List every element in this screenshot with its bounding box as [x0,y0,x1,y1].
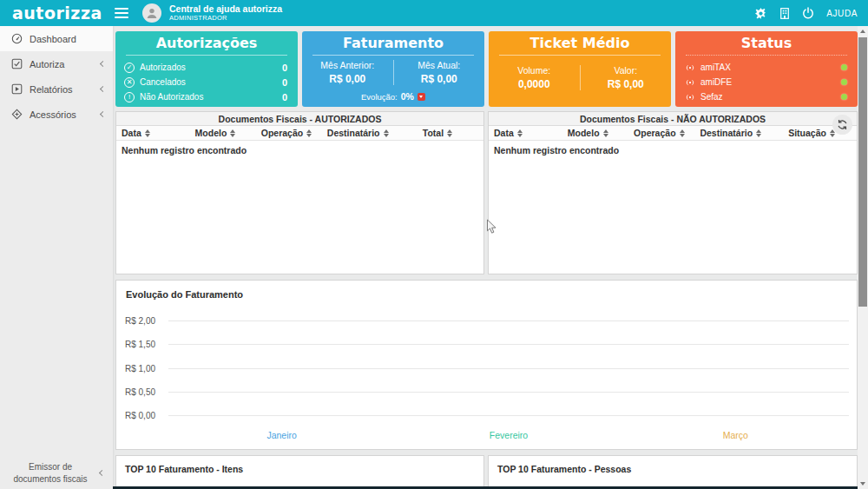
current-month-label: Mês Atual: [394,60,485,70]
sort-icon [756,129,761,137]
scroll-up-arrow-icon[interactable] [858,26,868,36]
current-month-value: R$ 0,00 [394,73,485,85]
table-title: Documentos Fiscais - NÃO AUTORIZADOS [489,112,857,126]
divider [499,55,661,56]
table-title: Documentos Fiscais - AUTORIZADOS [116,112,483,126]
stat-label: Cancelados [140,77,186,87]
evolution-value: 0% [401,91,414,102]
scroll-down-arrow-icon[interactable] [858,479,868,489]
service-row-amitax: amiTAX [675,60,858,75]
check-circle-icon: ✓ [124,63,135,73]
column-header-data[interactable]: Data [116,128,190,138]
service-row-amidfe: amiDFE [675,75,858,89]
sidebar-footer-toggle[interactable]: Emissor de documentos fiscais [0,461,113,485]
power-icon[interactable] [802,7,814,19]
checkbox-icon [11,58,23,69]
x-tick-label-fevereiro: Fevereiro [395,430,621,440]
stat-row-autorizados: ✓ Autorizados 0 [115,60,298,75]
top10-itens-panel: TOP 10 Faturamento - Itens [115,455,484,489]
sort-icon [517,129,523,137]
user-role-label: ADMINISTRADOR [169,15,282,22]
trend-down-icon [418,93,425,101]
column-header-total[interactable]: Total [418,128,483,138]
y-tick-label: R$ 0,00 [125,411,168,420]
service-name: amiDFE [700,77,732,87]
column-header-modelo[interactable]: Modelo [562,128,628,138]
sort-icon [230,129,235,137]
signal-icon [685,63,695,72]
chart-gridlines: R$ 2,00 R$ 1,50 R$ 1,00 R$ 0,50 R$ 0,00 [125,309,849,427]
sort-icon [384,129,389,137]
y-tick-label: R$ 2,00 [125,316,168,326]
current-month-block: Mês Atual: R$ 0,00 [394,60,485,85]
column-header-data[interactable]: Data [489,128,562,138]
volume-label: Volume: [489,65,580,76]
top-header-bar: autorizza Central de ajuda autorizza ADM… [0,0,868,26]
empty-table-message: Nenhum registro encontrado [116,141,483,160]
chart-x-axis-labels: Janeiro Fevereiro Março [168,430,849,440]
x-tick-label-marco: Março [622,430,849,440]
status-online-dot [841,94,847,100]
top10-pessoas-panel: TOP 10 Faturamento - Pessoas [488,455,858,489]
gridline [168,320,849,321]
table-authorized-panel: Documentos Fiscais - AUTORIZADOS Data Mo… [115,111,484,274]
service-name: amiTAX [700,63,731,72]
refresh-button[interactable] [832,115,852,135]
help-center-user-block[interactable]: Central de ajuda autorizza ADMINISTRADOR [169,4,282,22]
hamburger-menu-icon[interactable] [115,8,128,18]
sidebar-item-autoriza[interactable]: Autoriza [0,51,113,76]
sort-icon [145,129,150,137]
sidebar-item-dashboard[interactable]: Dashboard [0,26,113,51]
building-icon[interactable] [779,7,790,20]
card-title: Ticket Médio [489,31,671,51]
diamond-icon [11,109,23,120]
divider [126,55,287,56]
card-status: Status amiTAX amiDFE Sefaz [675,31,858,107]
gear-icon[interactable] [754,7,767,20]
status-online-dot [841,64,847,70]
column-header-operacao[interactable]: Operação [628,128,694,138]
column-header-destinatario[interactable]: Destinatário [322,128,418,138]
table-not-authorized-panel: Documentos Fiscais - NÃO AUTORIZADOS Dat… [488,111,858,274]
scrollbar-thumb[interactable] [858,37,867,307]
service-name: Sefaz [700,92,723,102]
x-tick-label-janeiro: Janeiro [168,430,395,440]
sidebar-item-label: Relatórios [30,84,73,95]
stat-label: Autorizados [140,63,186,72]
valor-block: Valor: R$ 0,00 [581,65,672,90]
sidebar-item-label: Autoriza [30,59,64,69]
ajuda-link[interactable]: AJUDA [826,9,858,18]
column-header-modelo[interactable]: Modelo [190,128,256,138]
previous-month-block: Mês Anterior: R$ 0,00 [302,60,393,85]
previous-month-value: R$ 0,00 [302,73,393,85]
stat-row-cancelados: ✕ Cancelados 0 [115,75,298,89]
chart-panel: Evolução do Faturamento R$ 2,00 R$ 1,50 … [115,280,858,450]
panel-title: TOP 10 Faturamento - Pessoas [489,456,857,474]
column-header-operacao[interactable]: Operação [256,128,322,138]
gridline [168,344,849,345]
stat-row-nao-autorizados: ! Não Autorizados 0 [115,89,298,104]
card-title: Status [675,31,858,51]
sidebar-item-relatorios[interactable]: Relatórios [0,76,113,102]
y-tick-label: R$ 1,50 [125,340,168,349]
valor-value: R$ 0,00 [581,78,672,90]
sort-icon [680,129,685,137]
column-header-destinatario[interactable]: Destinatário [694,128,783,138]
status-online-dot [841,79,847,85]
sidebar-item-acessorios[interactable]: Acessórios [0,102,113,127]
card-ticket-medio: Ticket Médio Volume: 0,0000 Valor: R$ 0,… [489,31,671,107]
summary-cards-row: Autorizações ✓ Autorizados 0 ✕ Cancelado… [115,31,858,107]
person-icon [145,6,159,20]
chevron-left-icon [99,470,105,476]
user-avatar[interactable] [142,3,161,23]
card-title: Faturamento [302,31,484,51]
stat-value: 0 [282,77,287,88]
stat-value: 0 [282,92,287,102]
stat-label: Não Autorizados [140,92,203,102]
vertical-scrollbar[interactable] [858,26,868,489]
report-icon [11,83,23,95]
signal-icon [685,93,695,102]
sidebar-footer-label: Emissor de documentos fiscais [0,461,94,485]
help-center-title: Central de ajuda autorizza [169,4,282,15]
valor-label: Valor: [581,65,672,76]
